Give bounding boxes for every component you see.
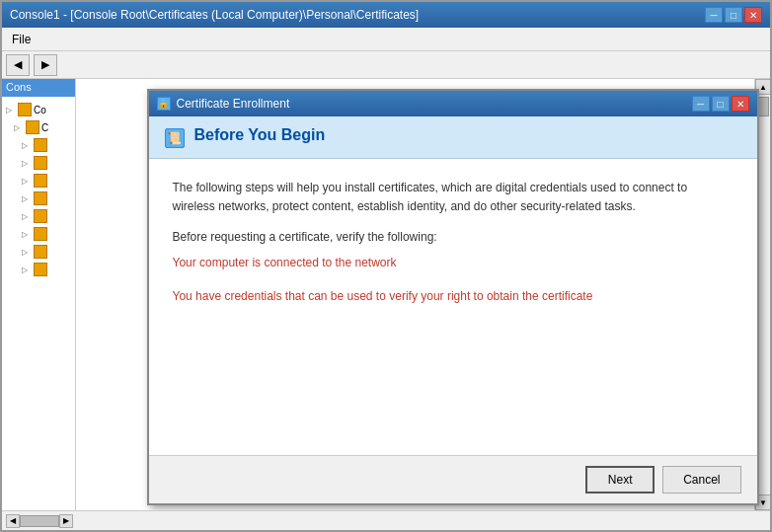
folder-icon-sub4 <box>34 191 47 205</box>
folder-icon-child <box>26 120 39 134</box>
sidebar-header: Cons <box>2 79 75 97</box>
dialog-title-icon: 🔒 <box>157 97 171 111</box>
tree-area: ▷ Co ▷ C ▷ ▷ ▷ <box>2 97 75 282</box>
tree-item-sub5[interactable]: ▷ <box>4 207 73 225</box>
folder-icon-sub7 <box>34 245 47 259</box>
tree-item-root[interactable]: ▷ Co <box>4 101 73 118</box>
dialog-header: 📜 Before You Begin <box>149 116 757 159</box>
menu-file[interactable]: File <box>6 31 37 48</box>
dialog-title: Certificate Enrollment <box>177 97 290 111</box>
dialog-titlebar-buttons: ─ □ ✕ <box>692 96 749 112</box>
folder-icon-sub3 <box>34 174 47 188</box>
mmc-menubar: File <box>2 28 770 51</box>
dialog-close-button[interactable]: ✕ <box>732 96 749 112</box>
dialog-titlebar: 🔒 Certificate Enrollment ─ □ ✕ <box>149 91 757 116</box>
scroll-h-thumb[interactable] <box>20 515 59 527</box>
next-button[interactable]: Next <box>585 466 655 494</box>
mmc-main: Cons ▷ Co ▷ C ▷ ▷ <box>2 79 770 510</box>
scroll-left-button[interactable]: ◀ <box>6 514 20 528</box>
dialog-footer: Next Cancel <box>149 455 757 503</box>
tree-item-sub4[interactable]: ▷ <box>4 190 73 207</box>
folder-icon-sub1 <box>34 138 47 152</box>
mmc-toolbar: ◀ ▶ <box>2 51 770 79</box>
tree-item-sub8[interactable]: ▷ <box>4 261 73 278</box>
mmc-close-button[interactable]: ✕ <box>744 7 762 23</box>
mmc-title: Console1 - [Console Root\Certificates (L… <box>10 8 419 22</box>
mmc-titlebar-buttons: ─ □ ✕ <box>705 7 762 23</box>
tree-toggle-root[interactable]: ▷ <box>6 106 16 114</box>
mmc-content: ▲ ▼ ▶ 🔒 Certificate Enrollment <box>76 79 770 510</box>
folder-icon-sub6 <box>34 227 47 241</box>
dialog-overlay: 🔒 Certificate Enrollment ─ □ ✕ 📜 Before … <box>76 79 770 510</box>
dialog-maximize-button[interactable]: □ <box>712 96 730 112</box>
certificate-icon: 📜 <box>165 128 185 148</box>
dialog-body-paragraph1: The following steps will help you instal… <box>173 179 733 216</box>
mmc-window: Console1 - [Console Root\Certificates (L… <box>0 0 772 532</box>
tree-item-sub3[interactable]: ▷ <box>4 172 73 190</box>
folder-icon-sub2 <box>34 156 47 170</box>
mmc-statusbar: ◀ ▶ <box>2 510 770 530</box>
scroll-right-button[interactable]: ▶ <box>59 514 73 528</box>
dialog-body-subheading: Before requesting a certificate, verify … <box>173 230 733 244</box>
tree-item-sub2[interactable]: ▷ <box>4 154 73 172</box>
mmc-sidebar: Cons ▷ Co ▷ C ▷ ▷ <box>2 79 76 510</box>
folder-icon-sub5 <box>34 209 47 223</box>
dialog-body-item2: You have credentials that can be used to… <box>173 287 733 306</box>
dialog-minimize-button[interactable]: ─ <box>692 96 710 112</box>
mmc-minimize-button[interactable]: ─ <box>705 7 723 23</box>
dialog-body-item1: Your computer is connected to the networ… <box>173 254 733 272</box>
tree-item-sub6[interactable]: ▷ <box>4 225 73 243</box>
dialog-header-title: Before You Begin <box>194 126 326 144</box>
folder-icon-sub8 <box>34 263 47 276</box>
mmc-titlebar: Console1 - [Console Root\Certificates (L… <box>2 2 770 28</box>
tree-toggle-sub1: ▷ <box>22 141 32 150</box>
tree-item-sub1[interactable]: ▷ <box>4 136 73 154</box>
tree-item-child[interactable]: ▷ C <box>4 118 73 136</box>
tree-toggle-child[interactable]: ▷ <box>14 123 24 132</box>
horizontal-scrollbar[interactable]: ◀ ▶ <box>6 514 73 528</box>
dialog-titlebar-left: 🔒 Certificate Enrollment <box>157 97 290 111</box>
toolbar-back-button[interactable]: ◀ <box>6 54 30 76</box>
mmc-maximize-button[interactable]: □ <box>725 7 742 23</box>
dialog-body: The following steps will help you instal… <box>149 159 757 455</box>
cancel-button[interactable]: Cancel <box>662 466 740 494</box>
folder-icon-root <box>18 103 32 116</box>
certificate-enrollment-dialog: 🔒 Certificate Enrollment ─ □ ✕ 📜 Before … <box>147 89 759 505</box>
tree-item-sub7[interactable]: ▷ <box>4 243 73 261</box>
toolbar-forward-button[interactable]: ▶ <box>34 54 57 76</box>
